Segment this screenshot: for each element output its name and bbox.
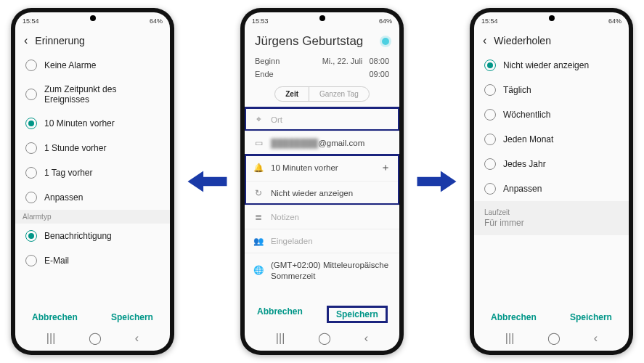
reminder-option[interactable]: Zum Zeitpunkt des Ereignisses	[20, 78, 166, 111]
save-button[interactable]: Speichern	[570, 312, 612, 322]
reminder-option[interactable]: 10 Minuten vorher	[20, 111, 166, 136]
repeat-option[interactable]: Nicht wieder anzeigen	[478, 53, 624, 78]
location-icon: ⌖	[253, 115, 264, 124]
people-icon: 👥	[253, 236, 264, 246]
save-button[interactable]: Speichern	[327, 306, 387, 322]
alarmtyp-label: Alarmtyp	[15, 210, 170, 224]
bell-icon: 🔔	[253, 163, 264, 173]
battery-text: 64%	[150, 17, 163, 25]
arrow-right	[417, 168, 457, 195]
event-title[interactable]: Jürgens Geburtstag	[255, 34, 363, 49]
header-title: Erinnerung	[35, 35, 85, 46]
cancel-button[interactable]: Abbrechen	[491, 312, 537, 322]
status-time: 15:54	[23, 17, 39, 25]
phone-reminder: 15:54 64% ‹ Erinnerung Keine Alarme Zum …	[11, 8, 174, 355]
repeat-option[interactable]: Wöchentlich	[478, 102, 624, 127]
timezone-row[interactable]: 🌐 (GMT+02:00) Mitteleuropäische Sommerze…	[245, 253, 399, 288]
battery-text: 64%	[379, 17, 392, 25]
alarmtyp-option[interactable]: E-Mail	[20, 248, 166, 273]
save-button[interactable]: Speichern	[111, 312, 153, 322]
nav-back-icon[interactable]: ‹	[364, 332, 368, 345]
camera-cutout	[90, 15, 96, 21]
android-navbar: ||| ◯ ‹	[245, 327, 399, 351]
notes-icon: ≣	[253, 212, 264, 222]
screen-header: ‹ Erinnerung	[15, 28, 170, 53]
reminder-option[interactable]: Anpassen	[20, 185, 166, 210]
add-reminder-icon[interactable]: ＋	[380, 161, 391, 174]
event-times[interactable]: Beginn Mi., 22. Juli 08:00 Ende 09:00	[245, 52, 399, 86]
duration-row[interactable]: Laufzeit Für immer	[474, 201, 629, 235]
reminder-options: Keine Alarme Zum Zeitpunkt des Ereigniss…	[15, 53, 170, 210]
notes-row[interactable]: ≣ Notizen	[245, 205, 399, 229]
begin-label: Beginn	[255, 57, 280, 65]
back-icon[interactable]: ‹	[24, 34, 28, 47]
repeat-options: Nicht wieder anzeigen Täglich Wöchentlic…	[474, 53, 629, 201]
status-icons: 64%	[150, 17, 163, 25]
nav-home-icon[interactable]: ◯	[547, 331, 561, 345]
arrow-left	[187, 168, 227, 195]
repeat-option[interactable]: Täglich	[478, 78, 624, 102]
reminder-option[interactable]: 1 Tag vorher	[20, 160, 166, 185]
cancel-button[interactable]: Abbrechen	[257, 306, 303, 322]
end-label: Ende	[255, 70, 274, 78]
svg-marker-1	[417, 171, 457, 192]
camera-cutout	[549, 15, 555, 21]
repeat-icon: ↻	[253, 188, 264, 198]
invited-row[interactable]: 👥 Eingeladen	[245, 229, 399, 253]
nav-home-icon[interactable]: ◯	[318, 331, 331, 345]
phone-event-edit: 15:53 64% Jürgens Geburtstag Beginn Mi.,…	[240, 8, 404, 355]
event-color-dot[interactable]	[382, 38, 389, 45]
status-time: 15:53	[252, 17, 269, 25]
android-navbar: ||| ◯ ‹	[474, 327, 629, 351]
nav-back-icon[interactable]: ‹	[594, 332, 598, 345]
back-icon[interactable]: ‹	[483, 34, 486, 47]
repeat-row[interactable]: ↻ Nicht wieder anzeigen	[245, 181, 399, 205]
account-row[interactable]: ▭ ████████@gmail.com	[245, 131, 399, 155]
cancel-button[interactable]: Abbrechen	[32, 312, 78, 322]
reminder-option[interactable]: 1 Stunde vorher	[20, 136, 166, 160]
account-blurred: ████████	[271, 139, 318, 147]
nav-home-icon[interactable]: ◯	[89, 331, 102, 345]
header-title: Wiederholen	[494, 35, 551, 46]
repeat-option[interactable]: Jedes Jahr	[478, 152, 624, 176]
svg-marker-0	[188, 171, 227, 192]
alarmtyp-option[interactable]: Benachrichtigung	[20, 224, 166, 248]
phone-repeat: 15:54 64% ‹ Wiederholen Nicht wieder anz…	[470, 8, 633, 355]
calendar-account-icon: ▭	[253, 138, 264, 148]
nav-back-icon[interactable]: ‹	[135, 332, 139, 345]
nav-recent-icon[interactable]: |||	[276, 332, 285, 345]
reminder-option[interactable]: Keine Alarme	[20, 53, 166, 78]
battery-text: 64%	[608, 17, 621, 25]
repeat-option[interactable]: Anpassen	[478, 176, 624, 201]
repeat-option[interactable]: Jeden Monat	[478, 127, 624, 152]
screen-header: ‹ Wiederholen	[474, 28, 629, 53]
android-navbar: ||| ◯ ‹	[15, 327, 170, 351]
time-allday-segment[interactable]: Zeit Ganzen Tag	[245, 86, 399, 107]
nav-recent-icon[interactable]: |||	[46, 332, 55, 345]
status-time: 15:54	[481, 17, 498, 25]
globe-icon: 🌐	[253, 265, 264, 276]
camera-cutout	[319, 15, 325, 21]
reminder-row[interactable]: 🔔 10 Minuten vorher ＋	[245, 155, 399, 181]
location-row[interactable]: ⌖ Ort	[245, 107, 399, 131]
nav-recent-icon[interactable]: |||	[505, 332, 514, 345]
